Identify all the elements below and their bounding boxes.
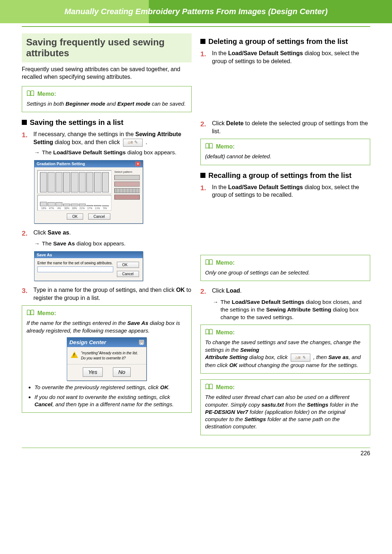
cancel-button[interactable]: Cancel xyxy=(117,271,139,277)
step-body: Type in a name for the group of settings… xyxy=(33,286,192,302)
dialog-title: Design Center xyxy=(69,339,106,346)
step-text: . xyxy=(146,139,147,145)
step-text: In the xyxy=(212,184,228,190)
memo-body: Only one group of settings can be select… xyxy=(205,269,366,276)
step-text: dialog box, and then click xyxy=(53,139,122,145)
memo-bold: Settings xyxy=(244,416,266,422)
memo-label: Memo: xyxy=(37,310,56,317)
memo-bold: Cancel xyxy=(34,401,52,407)
book-icon xyxy=(205,383,213,391)
step-number: 1. xyxy=(22,130,30,146)
memo-body: To change the saved settings and save th… xyxy=(205,339,366,369)
memo-label: Memo: xyxy=(37,91,56,97)
ok-button[interactable]: OK xyxy=(117,262,139,268)
memo-bold: Beginner mode xyxy=(66,101,105,107)
intro-paragraph: Frequently used sewing attributes can be… xyxy=(22,65,192,81)
memo-bold: Expert mode xyxy=(117,101,150,107)
memo-bold: Save as xyxy=(328,354,349,360)
grad-pct: 17% xyxy=(86,207,94,209)
result-text: The Save As dialog box appears. xyxy=(42,240,126,248)
step-bold: Delete xyxy=(226,120,244,126)
subheading-text: Recalling a group of settings from the l… xyxy=(208,171,351,180)
memo-text: Settings in both xyxy=(26,101,66,107)
step-number: 1. xyxy=(200,49,208,65)
subheading-text: Deleting a group of settings from the li… xyxy=(208,37,348,46)
result-bold: Save As xyxy=(53,240,75,247)
section-title: Saving frequently used sewing attributes xyxy=(26,37,187,59)
grad-pct: 11% xyxy=(94,207,101,209)
memo-text: without changing the group name for the … xyxy=(237,362,358,368)
section-title-box: Saving frequently used sewing attributes xyxy=(22,33,192,62)
screenshot-save-as-dialog: Save As Enter the name for the set of se… xyxy=(34,251,143,281)
memo-heading: Memo: xyxy=(205,259,366,267)
step-item: 2. Click Save as. xyxy=(22,229,192,238)
step-item: 3. Type in a name for the group of setti… xyxy=(22,286,192,302)
memo-box: Memo: If the name for the settings enter… xyxy=(22,305,192,413)
step-text: . xyxy=(69,229,71,236)
memo-box: Memo: To change the saved settings and s… xyxy=(200,325,370,374)
square-bullet-icon xyxy=(200,173,205,178)
book-icon xyxy=(205,143,213,151)
gradation-top-chart xyxy=(37,170,111,194)
ok-button[interactable]: OK xyxy=(67,213,83,220)
book-icon xyxy=(26,90,34,98)
step-number: 2. xyxy=(200,287,208,296)
grad-pct: 28% xyxy=(70,207,78,209)
needle-icon: ✎ xyxy=(302,355,306,360)
memo-body: If the name for the settings entered in … xyxy=(26,319,187,408)
step-number: 2. xyxy=(200,119,208,135)
grad-pct: 5% xyxy=(101,207,109,209)
subheading-text: Saving the settings in a list xyxy=(30,118,123,127)
memo-box: Memo: Settings in both Beginner mode and… xyxy=(22,86,192,112)
memo-body: The edited user thread chart can also be… xyxy=(205,394,366,430)
result-fragment: dialog box appears. xyxy=(75,240,126,247)
grad-pct: 21% xyxy=(78,207,86,209)
yes-button[interactable]: Yes xyxy=(83,367,103,377)
confirm-message: "mysetting"Already exists in the list. D… xyxy=(81,351,143,360)
step-text: Click xyxy=(33,229,48,236)
close-icon[interactable]: × xyxy=(139,340,144,345)
cancel-button[interactable]: Cancel xyxy=(88,213,110,220)
pattern-swatch[interactable] xyxy=(114,188,140,193)
memo-box: Memo: The edited user thread chart can a… xyxy=(200,379,370,435)
pattern-swatch[interactable] xyxy=(114,182,140,187)
step-result: → The Save As dialog box appears. xyxy=(34,240,192,248)
house-icon: ⌂≡ xyxy=(128,139,133,145)
page-number: 226 xyxy=(360,450,370,456)
memo-text: can be saved. xyxy=(150,101,186,107)
memo-heading: Memo: xyxy=(26,309,187,317)
dialog-titlebar: Design Center × xyxy=(67,338,146,347)
memo-list-item: To overwrite the previously registered s… xyxy=(34,384,187,391)
pattern-swatch[interactable] xyxy=(114,195,140,200)
no-button[interactable]: No xyxy=(113,367,131,377)
memo-label: Memo: xyxy=(216,384,235,391)
memo-list-item: If you do not want to overwrite the exis… xyxy=(34,394,187,408)
step-text: If necessary, change the settings in the xyxy=(33,131,135,137)
step-text: Click xyxy=(212,120,226,126)
memo-text: folder in the xyxy=(328,402,359,408)
grad-pct: 4% xyxy=(55,207,63,209)
square-bullet-icon xyxy=(22,120,27,125)
save-as-name-input[interactable] xyxy=(37,266,113,272)
step-item: 1. If necessary, change the settings in … xyxy=(22,130,192,146)
load-save-toolbar-button[interactable]: ⌂≡ ✎ xyxy=(123,139,143,147)
left-column: Saving frequently used sewing attributes… xyxy=(22,33,192,441)
step-text: In the xyxy=(212,50,228,56)
memo-text: from the xyxy=(284,402,307,408)
step-bold: Load/Save Default Settings xyxy=(228,184,303,190)
dialog-titlebar: Save As xyxy=(34,252,143,258)
book-icon xyxy=(205,259,213,267)
step-body: Click Save as. xyxy=(33,229,192,238)
result-text: The Load/Save Default Settings dialog bo… xyxy=(42,149,176,156)
load-save-toolbar-button[interactable]: ⌂≡ ✎ xyxy=(291,354,310,362)
screenshot-confirm-dialog: Design Center × "mysetting"Already exist… xyxy=(67,337,147,381)
step-result: → The Load/Save Default Settings dialog … xyxy=(213,298,370,321)
step-number: 3. xyxy=(22,286,30,302)
dialog-title: Gradation Pattern Setting xyxy=(37,162,85,166)
step-body: If necessary, change the settings in the… xyxy=(33,130,192,146)
memo-text: and xyxy=(105,101,117,107)
step-result: → The Load/Save Default Settings dialog … xyxy=(34,149,192,156)
close-icon[interactable]: × xyxy=(135,162,140,166)
pattern-swatch[interactable] xyxy=(114,175,140,180)
memo-body: Settings in both Beginner mode and Exper… xyxy=(26,100,187,107)
